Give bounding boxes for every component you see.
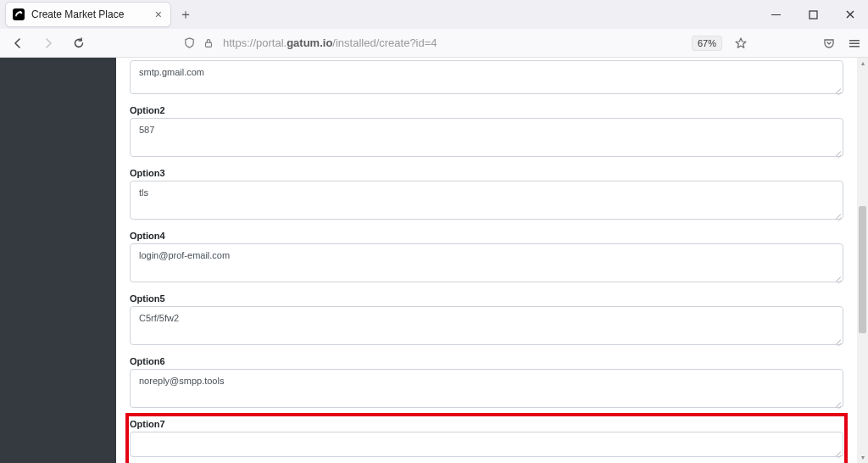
nav-toolbar: https://portal.gatum.io/installed/create… xyxy=(0,29,868,58)
option5-label: Option5 xyxy=(130,293,843,304)
sidebar-nav[interactable] xyxy=(0,58,116,463)
svg-rect-3 xyxy=(206,42,212,47)
site-security[interactable] xyxy=(183,36,214,49)
form-page: Option1 Option2 Option3 xyxy=(116,58,857,463)
svg-rect-5 xyxy=(849,42,860,44)
option2-group: Option2 xyxy=(130,105,843,159)
option5-group: Option5 xyxy=(130,293,843,348)
url-path: /installed/create?id=4 xyxy=(332,36,437,49)
scrollbar-thumb[interactable] xyxy=(859,206,866,333)
shield-icon xyxy=(183,36,196,49)
svg-rect-6 xyxy=(849,46,860,47)
option3-group: Option3 xyxy=(130,168,843,222)
option4-textarea[interactable] xyxy=(130,243,843,282)
page-viewport: Option1 Option2 Option3 xyxy=(0,58,868,463)
maximize-icon[interactable] xyxy=(802,3,824,25)
svg-rect-4 xyxy=(849,40,860,42)
url-prefix: https://portal. xyxy=(223,36,287,49)
tab-strip: Create Market Place × ＋ xyxy=(0,0,868,29)
option7-textarea[interactable] xyxy=(130,432,843,457)
new-tab-button[interactable]: ＋ xyxy=(174,3,198,26)
tab-active[interactable]: Create Market Place × xyxy=(5,2,171,27)
window-controls xyxy=(765,0,861,29)
reload-button[interactable] xyxy=(68,32,90,54)
option4-label: Option4 xyxy=(130,231,843,241)
option1-textarea[interactable] xyxy=(130,60,843,94)
zoom-level-chip[interactable]: 67% xyxy=(692,36,722,51)
favicon-icon xyxy=(13,8,25,20)
pocket-icon[interactable] xyxy=(822,36,836,50)
option5-textarea[interactable] xyxy=(130,306,843,345)
option6-group: Option6 xyxy=(130,356,843,410)
option3-textarea[interactable] xyxy=(130,181,843,220)
option2-label: Option2 xyxy=(130,105,843,115)
url-host: gatum.io xyxy=(287,36,332,49)
vertical-scrollbar[interactable]: ▴ ▾ xyxy=(857,58,868,463)
option6-textarea[interactable] xyxy=(130,369,843,408)
option1-group: Option1 xyxy=(130,60,843,97)
option2-textarea[interactable] xyxy=(130,118,843,157)
close-icon[interactable]: × xyxy=(155,8,162,20)
option6-label: Option6 xyxy=(130,356,843,366)
option4-group: Option4 xyxy=(130,231,843,285)
option3-label: Option3 xyxy=(130,168,843,178)
bookmark-star-icon[interactable] xyxy=(734,36,748,50)
svg-point-0 xyxy=(20,12,23,14)
address-bar[interactable]: https://portal.gatum.io/installed/create… xyxy=(223,36,437,49)
app-menu-icon[interactable] xyxy=(848,36,861,50)
scroll-down-icon[interactable]: ▾ xyxy=(857,452,868,463)
option7-group: Option7 xyxy=(130,419,843,460)
browser-window: Create Market Place × ＋ https://portal.g… xyxy=(0,0,868,463)
window-close-icon[interactable] xyxy=(839,3,861,25)
option7-label: Option7 xyxy=(130,419,843,429)
back-button[interactable] xyxy=(7,32,29,54)
scroll-up-icon[interactable]: ▴ xyxy=(857,58,868,69)
tab-title: Create Market Place xyxy=(31,8,148,20)
minimize-icon[interactable] xyxy=(765,3,787,25)
forward-button[interactable] xyxy=(37,32,59,54)
lock-icon xyxy=(203,37,214,49)
svg-rect-2 xyxy=(810,11,817,19)
svg-rect-1 xyxy=(771,14,781,15)
